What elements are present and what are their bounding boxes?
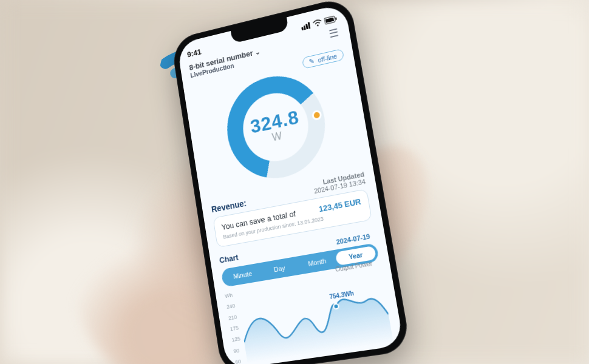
svg-point-9 <box>333 303 339 309</box>
svg-rect-8 <box>335 17 337 19</box>
power-gauge: 324.8 W <box>220 66 333 187</box>
svg-rect-7 <box>325 18 334 23</box>
ytick: 175 <box>230 325 239 332</box>
tab-minute[interactable]: Minute <box>223 265 262 285</box>
battery-icon <box>324 15 338 25</box>
svg-rect-3 <box>305 24 308 29</box>
svg-rect-4 <box>308 22 311 29</box>
chevron-down-icon: ⌄ <box>254 48 260 56</box>
cellular-icon <box>301 21 311 30</box>
statusbar-time: 9:41 <box>186 47 202 59</box>
ytick: 60 <box>235 358 244 364</box>
svg-point-5 <box>317 24 319 26</box>
y-unit: Wh <box>225 292 234 299</box>
svg-rect-1 <box>301 27 304 30</box>
edit-icon: ✎ <box>308 57 315 66</box>
ytick: 125 <box>231 335 240 343</box>
svg-rect-2 <box>304 25 306 30</box>
chart-plot: Output Power 754.3Wh <box>236 268 393 363</box>
ytick: 90 <box>233 347 242 354</box>
ytick: 240 <box>226 303 236 310</box>
offline-label: off-line <box>317 52 338 64</box>
wifi-icon <box>312 18 322 27</box>
chart-svg <box>236 268 393 363</box>
tab-month[interactable]: Month <box>297 252 337 272</box>
gauge-unit: W <box>271 130 282 144</box>
ytick: 210 <box>228 314 237 321</box>
tab-day[interactable]: Day <box>260 259 299 278</box>
menu-icon[interactable]: ☰ <box>329 28 341 39</box>
